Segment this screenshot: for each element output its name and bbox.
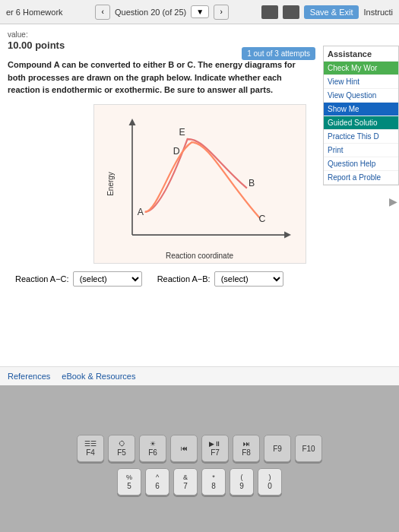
svg-marker-3 [284,231,291,238]
key-prev-icon: ⏮ [181,445,188,452]
main-content: value: 10.00 points 1 out of 3 attempts … [0,24,399,366]
reaction-ab-label: Reaction A−B: [157,274,211,283]
print-button[interactable]: Print [324,144,398,157]
key-0-bot: 0 [268,482,272,490]
key-f9[interactable]: F9 [264,435,291,462]
svg-text:A: A [137,207,144,217]
reaction-ab-group: Reaction A−B: (select) endothermic exoth… [157,271,283,287]
navigation-center: ‹ Question 20 (of 25) ▼ › [95,5,229,20]
key-0[interactable]: ) 0 [258,468,282,496]
key-6-bot: 6 [155,482,160,490]
key-f6-icon: ☀ [150,440,156,448]
next-question-button[interactable]: › [214,5,229,20]
reaction-ac-select[interactable]: (select) endothermic exothermic [73,271,142,287]
key-f10-label: F10 [302,445,315,453]
check-my-work-button[interactable]: Check My Wor [324,62,398,75]
attempts-badge: 1 out of 3 attempts [242,47,315,60]
assistance-title: Assistance [324,46,398,62]
svg-text:D: D [173,145,179,156]
question-help-button[interactable]: Question Help [324,157,398,171]
key-9[interactable]: ( 9 [230,468,254,496]
key-8-top: * [212,473,215,481]
key-f10[interactable]: F10 [295,435,322,462]
keyboard-row-1: ☰☰ F4 🌣 F5 ☀ F6 ⏮ ▶⏸ F7 ⏭ F8 F9 F10 [77,435,322,462]
svg-text:B: B [249,178,255,188]
key-5[interactable]: % 5 [117,468,141,496]
attempts-text: 1 out of 3 attempts [247,49,310,58]
icon-btn-1 [261,5,278,19]
report-problem-button[interactable]: Report a Proble [324,171,398,185]
course-label: er 6 Homework [6,8,63,17]
keyboard-area: ☰☰ F4 🌣 F5 ☀ F6 ⏮ ▶⏸ F7 ⏭ F8 F9 F10 [0,385,399,532]
svg-text:C: C [258,214,265,224]
key-prev[interactable]: ⏮ [170,435,198,462]
reactions-row: Reaction A−C: (select) endothermic exoth… [15,271,391,287]
key-6[interactable]: ^ 6 [145,468,169,496]
graph-svg: A E D B C [106,112,303,256]
references-link[interactable]: References [8,372,50,381]
practice-button[interactable]: Practice This D [324,130,398,144]
key-f5-label: F5 [117,448,126,457]
key-9-bot: 9 [239,482,244,490]
svg-marker-2 [128,118,135,125]
key-f4-icon: ☰☰ [84,440,97,448]
key-7-top: & [183,473,188,481]
key-5-bot: 5 [127,482,131,490]
reaction-ac-group: Reaction A−C: (select) endothermic exoth… [15,271,142,287]
key-f7[interactable]: ▶⏸ F7 [201,435,229,462]
question-label: Question 20 (of 25) [115,8,186,17]
top-bar-right: Save & Exit Instructi [261,5,393,19]
key-f7-label: F7 [211,448,220,457]
top-bar: er 6 Homework ‹ Question 20 (of 25) ▼ › … [0,0,399,24]
guided-solution-button[interactable]: Guided Solutio [324,116,398,130]
key-6-top: ^ [156,473,159,481]
key-f6[interactable]: ☀ F6 [139,435,166,462]
key-f7-icon: ▶⏸ [209,440,221,448]
reaction-ab-select[interactable]: (select) endothermic exothermic [214,271,283,287]
key-f6-label: F6 [148,448,157,457]
key-5-top: % [126,473,132,481]
key-f5[interactable]: 🌣 F5 [108,435,135,462]
icon-btn-2 [283,5,299,19]
references-bar: References eBook & Resources [0,366,399,385]
key-8-bot: 8 [211,482,216,490]
scroll-right-arrow[interactable]: ▶ [389,195,397,207]
key-f8-icon: ⏭ [243,440,250,448]
reaction-ac-label: Reaction A−C: [15,274,69,283]
prev-question-button[interactable]: ‹ [95,5,110,20]
assistance-panel: Assistance Check My Wor View Hint View Q… [323,46,399,185]
key-f4-label: F4 [86,448,95,457]
key-f8[interactable]: ⏭ F8 [233,435,260,462]
key-7[interactable]: & 7 [173,468,198,496]
key-0-top: ) [269,473,271,481]
ebook-link[interactable]: eBook & Resources [62,372,135,381]
question-dropdown-button[interactable]: ▼ [191,5,209,18]
key-7-bot: 7 [183,482,188,490]
keyboard-row-2: % 5 ^ 6 & 7 * 8 ( 9 ) 0 [117,468,282,496]
view-hint-button[interactable]: View Hint [324,75,398,89]
key-f4[interactable]: ☰☰ F4 [77,435,104,462]
key-f9-label: F9 [273,445,282,453]
energy-graph: Energy A E D B C Reaction coordinate [93,104,306,264]
key-f8-label: F8 [242,448,251,457]
show-me-button[interactable]: Show Me [324,103,398,116]
instruction-label: Instructi [363,8,393,17]
key-9-top: ( [241,473,243,481]
key-f5-icon: 🌣 [119,440,125,448]
x-axis-label: Reaction coordinate [166,252,233,260]
y-axis-label: Energy [106,172,115,196]
value-label: value: [8,30,391,39]
view-question-button[interactable]: View Question [324,89,398,103]
svg-text:E: E [179,127,185,138]
save-exit-button[interactable]: Save & Exit [304,5,359,19]
key-8[interactable]: * 8 [201,468,226,496]
